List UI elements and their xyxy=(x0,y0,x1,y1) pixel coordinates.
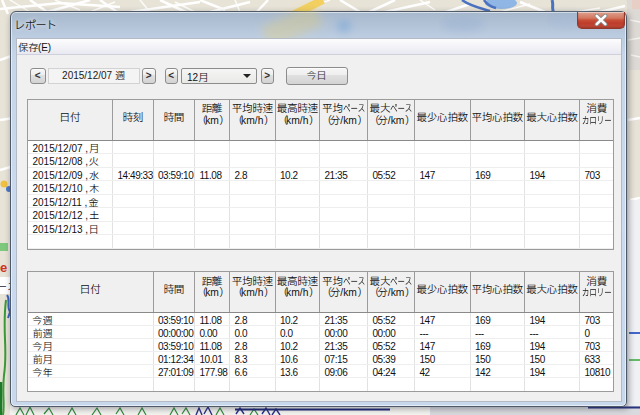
svg-text:e: e xyxy=(0,260,7,275)
